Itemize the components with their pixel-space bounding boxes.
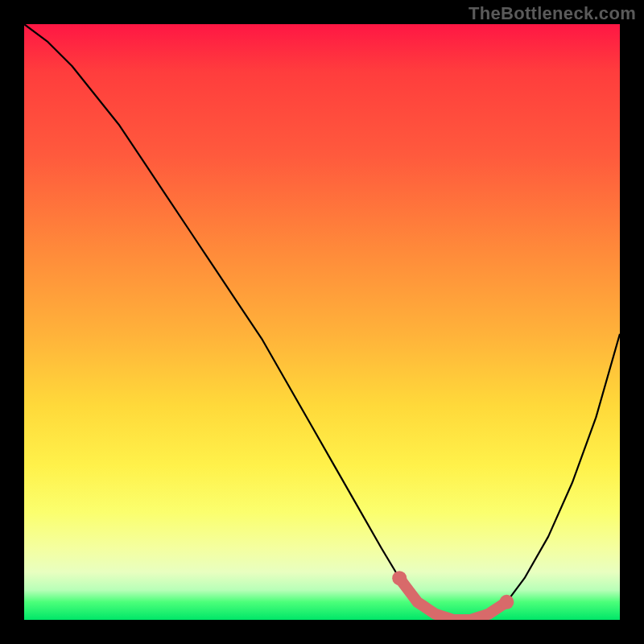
- plot-area: [24, 24, 620, 620]
- chart-svg: [24, 24, 620, 620]
- highlight-end-dot: [499, 595, 514, 609]
- highlight-start-dot: [392, 571, 407, 585]
- chart-frame: TheBottleneck.com: [0, 0, 644, 644]
- watermark-text: TheBottleneck.com: [469, 3, 636, 24]
- optimal-range-highlight: [399, 578, 506, 620]
- bottleneck-curve: [24, 24, 620, 620]
